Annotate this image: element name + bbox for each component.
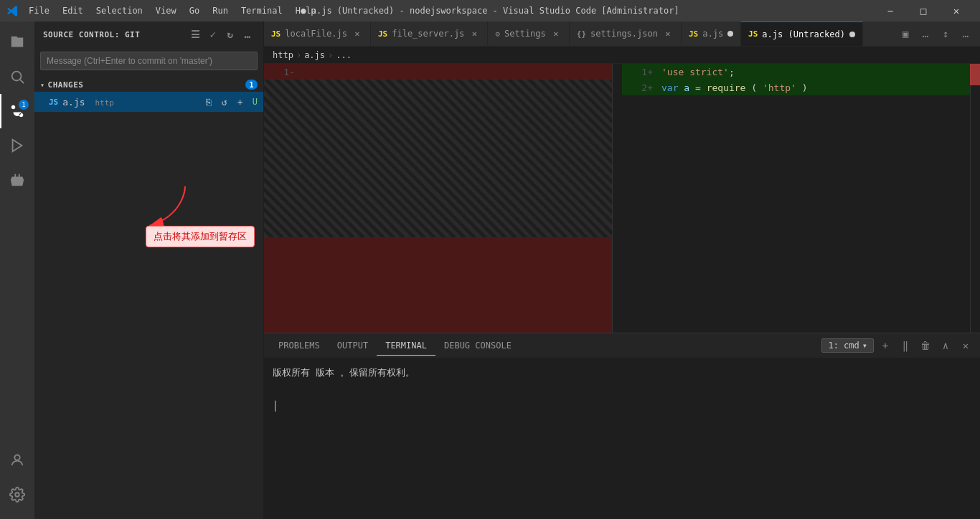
diff-right-scrollbar[interactable] bbox=[970, 64, 980, 333]
tab-close-btn[interactable]: ✕ bbox=[550, 28, 562, 39]
tab-fileserver[interactable]: JS file_server.js ✕ bbox=[371, 22, 488, 47]
changes-label: CHANGES bbox=[48, 80, 84, 90]
menu-run[interactable]: Run bbox=[207, 4, 234, 17]
diff-right-pane: 1+ 'use strict'; 2+ var a = require ( 'h… bbox=[622, 64, 980, 333]
svg-line-1 bbox=[20, 80, 24, 83]
diff-added-line-2: 2+ var a = require ( 'http' ) bbox=[622, 80, 980, 95]
activity-source-control[interactable]: 1 bbox=[0, 94, 34, 128]
chevron-down-icon: ▾ bbox=[40, 81, 45, 89]
menu-edit[interactable]: Edit bbox=[57, 4, 89, 17]
tab-ajs-untracked[interactable]: JS a.js (Untracked) bbox=[741, 22, 863, 47]
main-container: 1 SOURCE CONTROL: GIT ☰ ✓ ↻ … bbox=[0, 22, 980, 519]
activity-run[interactable] bbox=[0, 128, 34, 163]
undo-btn[interactable]: ↺ bbox=[218, 95, 231, 108]
tab-problems[interactable]: PROBLEMS bbox=[270, 336, 329, 355]
restore-button[interactable]: □ bbox=[907, 0, 940, 22]
activity-settings[interactable] bbox=[0, 477, 34, 512]
diff-scrollbar[interactable] bbox=[612, 64, 622, 333]
breadcrumb-file[interactable]: a.js bbox=[304, 50, 325, 60]
tab-gear-icon: ⚙ bbox=[495, 29, 500, 39]
tab-actions: ▣ … ↕ … bbox=[897, 25, 980, 42]
activity-account[interactable] bbox=[0, 443, 34, 477]
line-number: 2+ bbox=[628, 82, 653, 93]
tab-settingsjson[interactable]: {} settings.json ✕ bbox=[570, 22, 682, 47]
title-bar-left: File Edit Selection View Go Run Terminal… bbox=[7, 4, 322, 17]
activity-search[interactable] bbox=[0, 59, 34, 94]
menu-selection[interactable]: Selection bbox=[90, 4, 149, 17]
diff-empty-area bbox=[264, 80, 622, 237]
svg-point-4 bbox=[15, 492, 19, 497]
tab-terminal[interactable]: TERMINAL bbox=[377, 336, 435, 356]
breadcrumb-more[interactable]: ... bbox=[336, 50, 352, 60]
activity-explorer[interactable] bbox=[0, 25, 34, 59]
sidebar: SOURCE CONTROL: GIT ☰ ✓ ↻ … ▾ CHANGES 1 … bbox=[34, 22, 264, 519]
sidebar-header: SOURCE CONTROL: GIT ☰ ✓ ↻ … bbox=[34, 22, 263, 47]
more-tabs-btn[interactable]: … bbox=[957, 25, 974, 42]
tab-close-btn[interactable]: ✕ bbox=[352, 28, 363, 39]
line-number: 1+ bbox=[628, 67, 653, 77]
maximize-panel-btn[interactable]: ∧ bbox=[937, 337, 954, 354]
tab-label: a.js bbox=[702, 29, 723, 39]
split-editor-btn[interactable]: … bbox=[917, 25, 934, 42]
changed-file-item[interactable]: JS a.js http ⎘ ↺ + U bbox=[34, 92, 263, 112]
open-editors-btn[interactable]: ▣ bbox=[897, 25, 914, 42]
tab-close-btn[interactable]: ✕ bbox=[468, 28, 480, 39]
toggle-panel-layout[interactable]: ↕ bbox=[937, 25, 954, 42]
diff-left-pane: 1- bbox=[264, 64, 622, 333]
tabs-bar: JS localFile.js ✕ JS file_server.js ✕ ⚙ … bbox=[264, 22, 980, 47]
activity-extensions[interactable] bbox=[0, 163, 34, 197]
kill-terminal-btn[interactable]: 🗑 bbox=[917, 337, 934, 354]
tab-localfile[interactable]: JS localFile.js ✕ bbox=[264, 22, 371, 47]
stage-changes-btn[interactable]: + bbox=[234, 95, 247, 108]
breadcrumb-http[interactable]: http bbox=[273, 50, 293, 60]
terminal-line-3: │ bbox=[273, 398, 971, 414]
changes-section-header[interactable]: ▾ CHANGES 1 bbox=[34, 77, 263, 92]
scrollbar-indicator bbox=[970, 64, 980, 85]
terminal-content[interactable]: 版权所有 版本 。保留所有权利。 │ bbox=[264, 358, 980, 519]
close-panel-btn[interactable]: ✕ bbox=[957, 337, 974, 354]
vscode-logo-icon bbox=[7, 5, 19, 16]
tab-label: a.js (Untracked) bbox=[762, 29, 845, 39]
tab-close-btn[interactable]: ✕ bbox=[662, 28, 674, 39]
menu-go[interactable]: Go bbox=[184, 4, 205, 17]
window-controls: − □ ✕ bbox=[874, 0, 973, 22]
close-button[interactable]: ✕ bbox=[940, 0, 973, 22]
editor-area: JS localFile.js ✕ JS file_server.js ✕ ⚙ … bbox=[264, 22, 980, 519]
dropdown-label: 1: cmd bbox=[828, 341, 859, 351]
tab-ajs[interactable]: JS a.js bbox=[682, 22, 741, 47]
tab-dirty-indicator bbox=[727, 31, 733, 37]
code-function: require bbox=[707, 82, 746, 93]
tab-js-icon: JS bbox=[689, 29, 698, 39]
tab-label: settings.json bbox=[590, 29, 658, 39]
breadcrumb-sep1: › bbox=[296, 50, 301, 60]
sidebar-commit-btn[interactable]: ✓ bbox=[206, 27, 220, 42]
sidebar-list-view-btn[interactable]: ☰ bbox=[189, 27, 203, 42]
split-terminal-btn[interactable]: ‖ bbox=[897, 337, 914, 354]
changes-section: ▾ CHANGES 1 JS a.js http ⎘ ↺ + U bbox=[34, 75, 263, 115]
title-bar: File Edit Selection View Go Run Terminal… bbox=[0, 0, 980, 22]
terminal-instance-dropdown[interactable]: 1: cmd ▾ bbox=[821, 338, 874, 353]
file-actions: ⎘ ↺ + U bbox=[202, 95, 258, 108]
js-file-icon: JS bbox=[49, 97, 58, 107]
code-keyword: var bbox=[661, 82, 678, 93]
sidebar-refresh-btn[interactable]: ↻ bbox=[223, 27, 237, 42]
breadcrumb: http › a.js › ... bbox=[264, 47, 980, 64]
menu-view[interactable]: View bbox=[150, 4, 182, 17]
source-control-badge: 1 bbox=[19, 100, 29, 110]
code-string: 'use strict' bbox=[661, 67, 729, 77]
line-number: 1- bbox=[270, 67, 295, 77]
minimize-button[interactable]: − bbox=[874, 0, 907, 22]
tab-output[interactable]: OUTPUT bbox=[329, 336, 377, 355]
tab-settings[interactable]: ⚙ Settings ✕ bbox=[488, 22, 569, 47]
tab-debug-console[interactable]: DEBUG CONSOLE bbox=[435, 336, 520, 355]
terminal-tabs: PROBLEMS OUTPUT TERMINAL DEBUG CONSOLE 1… bbox=[264, 333, 980, 358]
annotation-label: 点击将其添加到暂存区 bbox=[146, 226, 255, 247]
sidebar-more-btn[interactable]: … bbox=[240, 27, 255, 42]
discard-changes-btn[interactable]: ⎘ bbox=[202, 95, 215, 108]
new-terminal-btn[interactable]: + bbox=[877, 337, 894, 354]
menu-terminal[interactable]: Terminal bbox=[235, 4, 288, 17]
sidebar-title: SOURCE CONTROL: GIT bbox=[43, 30, 140, 39]
diff-line-content: var a = require ( 'http' ) bbox=[661, 82, 808, 93]
commit-message-input[interactable] bbox=[40, 52, 258, 70]
menu-file[interactable]: File bbox=[23, 4, 55, 17]
